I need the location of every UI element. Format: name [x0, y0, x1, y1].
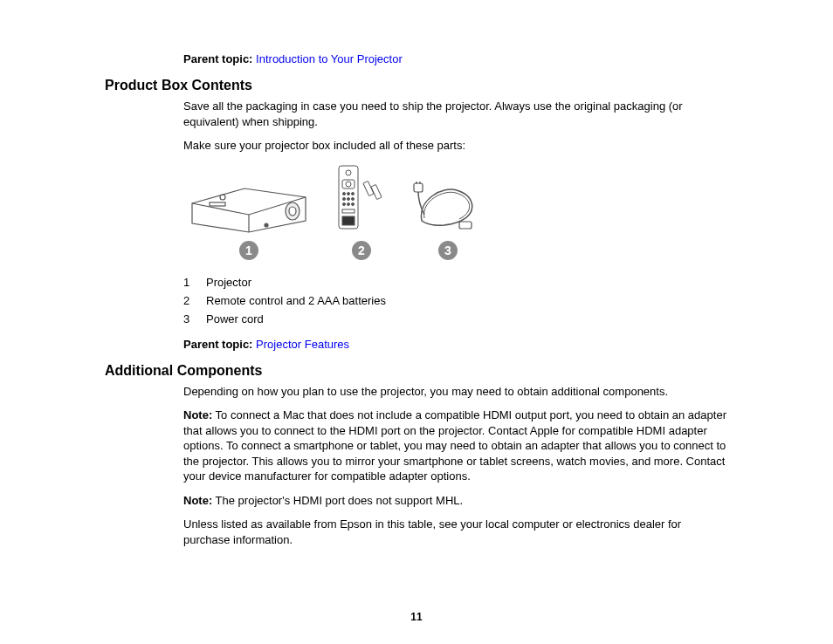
- section2-para1: Depending on how you plan to use the pro…: [183, 384, 728, 400]
- section1-para1: Save all the packaging in case you need …: [183, 99, 728, 129]
- remote-illustration: [335, 164, 388, 234]
- svg-point-3: [289, 207, 296, 216]
- svg-point-11: [343, 192, 346, 195]
- svg-point-16: [352, 197, 355, 200]
- projector-illustration: [183, 173, 314, 234]
- note-label: Note:: [183, 494, 212, 507]
- cord-illustration: [409, 182, 487, 234]
- circle-number-1: 1: [239, 241, 258, 260]
- note-label: Note:: [183, 408, 212, 421]
- section2-para2: Unless listed as available from Epson in…: [183, 517, 728, 547]
- parent-topic-label: Parent topic:: [183, 338, 252, 351]
- section2-note2: Note: The projector's HDMI port does not…: [183, 493, 728, 509]
- parent-topic-link-1[interactable]: Introduction to Your Projector: [256, 52, 403, 65]
- circle-number-2: 2: [352, 241, 371, 260]
- parts-list: 1Projector 2Remote control and 2 AAA bat…: [183, 276, 728, 325]
- svg-point-18: [348, 202, 350, 205]
- page-number: 11: [0, 611, 833, 623]
- svg-point-17: [343, 202, 346, 205]
- parent-topic-2: Parent topic: Projector Features: [183, 338, 728, 351]
- svg-rect-24: [414, 183, 423, 192]
- parent-topic-link-2[interactable]: Projector Features: [256, 338, 349, 351]
- parent-topic-label: Parent topic:: [183, 52, 252, 65]
- svg-point-15: [348, 197, 350, 200]
- parts-list-row: 3Power cord: [183, 312, 728, 325]
- section-heading-product-box: Product Box Contents: [105, 78, 728, 93]
- parent-topic-1: Parent topic: Introduction to Your Proje…: [183, 52, 728, 65]
- svg-rect-21: [342, 216, 355, 225]
- section2-note1: Note: To connect a Mac that does not inc…: [183, 408, 728, 484]
- svg-point-19: [352, 202, 355, 205]
- parts-list-row: 1Projector: [183, 276, 728, 289]
- svg-rect-27: [459, 222, 472, 229]
- illustration-block: 1 2 3: [183, 164, 728, 260]
- svg-point-14: [343, 197, 346, 200]
- parts-list-row: 2Remote control and 2 AAA batteries: [183, 294, 728, 307]
- svg-point-6: [265, 223, 268, 227]
- svg-point-12: [348, 192, 350, 195]
- circle-number-3: 3: [438, 241, 458, 260]
- svg-point-13: [352, 192, 355, 195]
- section-heading-additional-components: Additional Components: [105, 363, 728, 379]
- section1-para2: Make sure your projector box included al…: [183, 138, 728, 154]
